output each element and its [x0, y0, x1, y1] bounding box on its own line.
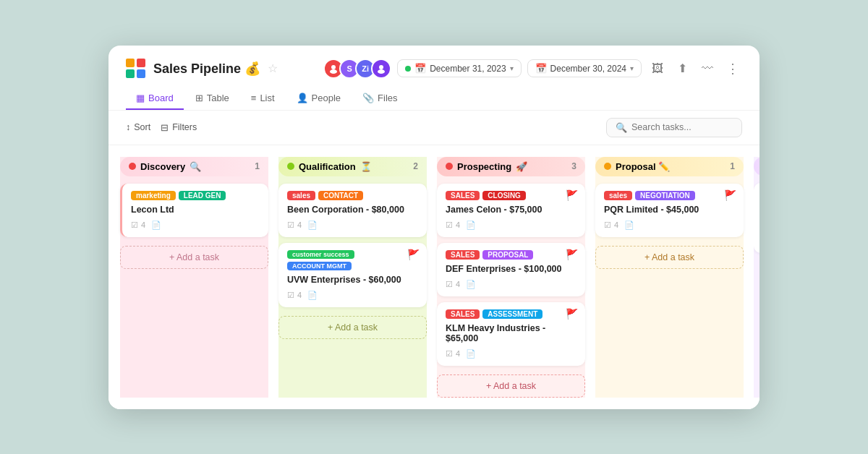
- share-btn[interactable]: ⬆: [673, 59, 692, 78]
- more-options-btn[interactable]: ⋮: [723, 61, 742, 77]
- card-meta-klm: ☑ 4: [446, 349, 460, 359]
- card-title-def: DEF Enterprises - $100,000: [446, 264, 576, 274]
- search-box: 🔍: [606, 118, 742, 137]
- sort-btn[interactable]: ↕ Sort: [126, 122, 150, 132]
- attach-icon-klm: 📄: [466, 349, 476, 359]
- card-title-klm: KLM Heavy Industries - $65,000: [446, 323, 576, 343]
- date-end-btn[interactable]: 📅 December 30, 2024 ▾: [527, 59, 642, 77]
- col-count-prospecting: 3: [571, 161, 576, 171]
- col-dot-qualification: [287, 163, 294, 170]
- app-title: Sales Pipeline 💰: [153, 61, 260, 77]
- card-title-uvw: UVW Enterprises - $60,000: [287, 275, 418, 285]
- tab-list[interactable]: ≡ List: [241, 87, 285, 110]
- filters-label: Filters: [172, 122, 197, 132]
- tag-assessment-klm: ASSESSMENT: [482, 309, 542, 319]
- flag-def: 🚩: [566, 249, 578, 260]
- add-task-proposal[interactable]: + Add a task: [595, 246, 744, 269]
- calendar-icon-start: 📅: [414, 63, 426, 74]
- card-attach-been: 📄: [307, 220, 318, 230]
- tag-customer-success-uvw: customer success: [287, 250, 354, 259]
- chevron-end: ▾: [630, 64, 634, 72]
- card-footer-pqr: ☑ 4 📄: [604, 220, 735, 230]
- flag-uvw: 🚩: [407, 249, 420, 260]
- add-task-discovery[interactable]: + Add a task: [120, 246, 268, 269]
- card-uvw[interactable]: 🚩 customer success ACCOUNT MGMT UVW Ente…: [278, 243, 427, 307]
- tab-board[interactable]: ▦ Board: [126, 87, 184, 110]
- card-footer-uvw: ☑ 4 📄: [287, 291, 418, 300]
- prospecting-emoji: 🚀: [516, 161, 527, 172]
- sort-label: Sort: [134, 122, 150, 132]
- card-footer-been: ☑ 4 📄: [287, 220, 418, 230]
- column-discovery: Discovery 🔍 1 marketing LEAD GEN Lecon L…: [120, 157, 268, 398]
- search-input[interactable]: [631, 122, 733, 132]
- add-task-qualification[interactable]: + Add a task: [278, 316, 427, 339]
- logo-sq-4: [137, 69, 145, 78]
- star-icon[interactable]: ☆: [268, 61, 278, 75]
- filter-icon: ⊟: [161, 122, 169, 133]
- chart-btn[interactable]: 〰: [697, 59, 718, 78]
- meta-count-def: 4: [456, 280, 460, 288]
- people-icon: 👤: [297, 93, 308, 103]
- column-qualification: Qualification ⏳ 2 sales CONTACT Been Cor…: [278, 157, 427, 398]
- tag-sales-klm: SALES: [446, 309, 480, 319]
- tab-list-label: List: [260, 93, 274, 103]
- card-tags-def: SALES PROPOSAL: [446, 250, 576, 260]
- discovery-emoji: 🔍: [190, 161, 201, 172]
- search-icon: 🔍: [616, 122, 627, 133]
- card-klm[interactable]: 🚩 SALES ASSESSMENT KLM Heavy Industries …: [437, 302, 585, 366]
- card-attach-uvw: 📄: [307, 291, 318, 300]
- tag-account-mgmt-uvw: ACCOUNT MGMT: [287, 262, 352, 270]
- card-james[interactable]: 🚩 SALES CLOSING James Celon - $75,000 ☑ …: [437, 184, 585, 237]
- checklist-icon-been: ☑: [287, 220, 294, 230]
- tab-table[interactable]: ⊞ Table: [185, 87, 239, 110]
- files-icon: 📎: [362, 93, 374, 103]
- date-start-btn[interactable]: 📅 December 31, 2023 ▾: [397, 59, 521, 77]
- tag-proposal-def: PROPOSAL: [482, 250, 533, 260]
- tab-people[interactable]: 👤 People: [286, 87, 351, 110]
- header: Sales Pipeline 💰 ☆ S Zi: [109, 46, 760, 111]
- checklist-icon-lecon: ☑: [131, 220, 138, 230]
- card-def[interactable]: 🚩 SALES PROPOSAL DEF Enterprises - $100,…: [437, 243, 585, 296]
- card-tags-klm: SALES ASSESSMENT: [446, 309, 576, 319]
- card-attach-pqr: 📄: [624, 220, 634, 230]
- tag-lead-gen: LEAD GEN: [179, 191, 226, 200]
- col-count-discovery: 1: [255, 161, 260, 171]
- add-task-prospecting[interactable]: + Add a task: [437, 374, 585, 398]
- flag-james: 🚩: [566, 189, 578, 201]
- col-count-qualification: 2: [413, 161, 418, 171]
- card-meta-pqr: ☑ 4: [604, 220, 618, 230]
- logo-sq-2: [137, 59, 145, 67]
- attach-icon-pqr: 📄: [624, 220, 634, 230]
- tag-sales-def: SALES: [446, 250, 480, 260]
- checklist-icon-pqr: ☑: [604, 220, 611, 230]
- card-been[interactable]: sales CONTACT Been Corporation - $80,000…: [278, 184, 427, 237]
- card-geez[interactable]: customer su Geez Grou ☑ 4: [754, 183, 760, 253]
- filters-btn[interactable]: ⊟ Filters: [161, 122, 197, 133]
- logo-sq-3: [126, 69, 135, 78]
- column-negotiation: Negot customer su Geez Grou ☑ 4: [754, 157, 760, 398]
- column-proposal: Proposal ✏️ 1 🚩 sales NEGOTIATION PQR Li…: [595, 157, 744, 398]
- card-pqr[interactable]: 🚩 sales NEGOTIATION PQR Limited - $45,00…: [595, 184, 744, 237]
- tab-files[interactable]: 📎 Files: [352, 87, 407, 110]
- card-tags-pqr: sales NEGOTIATION: [604, 191, 735, 200]
- tab-board-label: Board: [148, 93, 174, 103]
- card-attach-klm: 📄: [466, 349, 476, 359]
- card-tags-been: sales CONTACT: [287, 191, 418, 200]
- column-header-discovery: Discovery 🔍 1: [120, 157, 268, 176]
- screenshot-btn[interactable]: 🖼: [647, 59, 668, 78]
- tag-sales-been: sales: [287, 191, 315, 200]
- tag-sales-james: SALES: [446, 191, 480, 200]
- header-icons: S Zi 📅 December 31, 2023 ▾ 📅 December 30…: [323, 59, 742, 79]
- card-meta-been: ☑ 4: [287, 220, 302, 230]
- svg-point-2: [379, 65, 383, 69]
- toolbar: ↕ Sort ⊟ Filters 🔍: [109, 111, 760, 145]
- card-footer-klm: ☑ 4 📄: [446, 349, 576, 359]
- card-title-james: James Celon - $75,000: [446, 205, 576, 215]
- tag-contact-been: CONTACT: [318, 191, 363, 200]
- date-dot: [405, 66, 411, 72]
- card-meta-james: ☑ 4: [446, 220, 460, 230]
- header-top: Sales Pipeline 💰 ☆ S Zi: [126, 59, 742, 79]
- card-lecon[interactable]: marketing LEAD GEN Lecon Ltd ☑ 4 📄: [120, 184, 268, 237]
- col-dot-proposal: [604, 163, 611, 170]
- attach-icon-lecon: 📄: [151, 220, 161, 230]
